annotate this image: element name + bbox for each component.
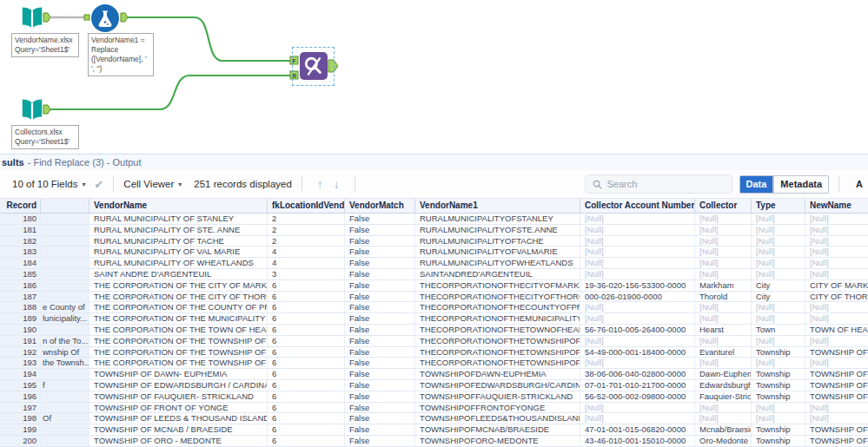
cell[interactable]: lunicipality... [41, 313, 89, 324]
cell[interactable]: [Null] [580, 236, 695, 247]
cell[interactable]: False [345, 302, 415, 312]
column-header-newname[interactable]: NewName [805, 199, 868, 213]
cell[interactable]: City [752, 292, 805, 302]
cell[interactable]: False [345, 380, 415, 391]
cell[interactable]: 43-46-010-001-15010-0000 [580, 436, 695, 446]
table-row[interactable]: 200TOWNSHIP OF ORO - MEDONTE6FalseTOWNSH… [0, 436, 868, 447]
cell[interactable]: RURALMUNICIPALITYOFSTANLEY [415, 214, 580, 224]
cell[interactable]: [Null] [805, 225, 868, 235]
cell-viewer-dropdown[interactable]: Cell Viewer [123, 179, 174, 189]
cell[interactable]: SAINTANDRED'ARGENTEUIL [415, 269, 580, 279]
cell[interactable]: 6 [268, 313, 345, 324]
input-anchor-icon[interactable] [84, 15, 89, 20]
cell[interactable]: [Null] [580, 403, 695, 413]
apply-check-icon[interactable]: ✔ [94, 178, 103, 191]
cell[interactable]: [Null] [695, 358, 752, 368]
cell[interactable]: [Null] [695, 336, 752, 346]
cell[interactable] [41, 436, 89, 446]
table-row[interactable]: 192wnship OfTHE CORPORATION OF THE TOWNS… [0, 347, 868, 358]
cell[interactable]: TOWNSHIP OF DAW [805, 369, 868, 379]
cell[interactable]: False [345, 369, 415, 379]
table-row[interactable]: 186THE CORPORATION OF THE CITY OF MARKHA… [0, 280, 868, 292]
cell[interactable]: Markham [695, 280, 752, 291]
cell[interactable]: 6 [268, 347, 345, 358]
cell[interactable]: [Null] [752, 247, 805, 257]
cell[interactable]: TOWNSHIPOFFAUQUIER-STRICKLAND [415, 391, 580, 402]
cell[interactable]: [Null] [580, 302, 695, 312]
cell[interactable]: 6 [268, 358, 345, 368]
cell[interactable]: [Null] [752, 258, 805, 268]
cell[interactable]: 191 [0, 336, 41, 346]
cell[interactable]: [Null] [805, 302, 868, 312]
cell[interactable]: TOWNSHIP OF FAUQUIER- STRICKLAND [89, 391, 268, 402]
cell[interactable]: THECORPORATIONOFTHETOWNOFHEARST [415, 325, 580, 335]
cell[interactable] [41, 269, 89, 279]
cell[interactable]: False [345, 258, 415, 268]
cell[interactable]: False [345, 247, 415, 257]
cell[interactable]: Thorold [695, 292, 752, 302]
column-header-collector[interactable]: Collector [695, 199, 752, 213]
input-data-tool-vendorname[interactable] [19, 3, 45, 36]
cell[interactable]: THECORPORATIONOFTHECITYOFTHOROLD [415, 292, 580, 302]
cell[interactable] [41, 214, 89, 224]
cell[interactable]: f [41, 380, 89, 391]
cell[interactable]: [Null] [580, 413, 695, 424]
input-data-tool-collectors[interactable] [19, 95, 45, 128]
cell[interactable]: e County of [41, 302, 89, 312]
cell[interactable]: Oro-Medonte [695, 436, 752, 446]
chevron-down-icon[interactable]: ▾ [82, 181, 85, 188]
cell[interactable]: RURALMUNICIPALITYOFSTE.ANNE [415, 225, 580, 235]
cell[interactable]: 6 [268, 413, 345, 424]
cell[interactable]: False [345, 358, 415, 368]
cell[interactable]: wnship Of [41, 347, 89, 358]
cell[interactable]: [Null] [805, 336, 868, 346]
cell[interactable]: [Null] [752, 214, 805, 224]
table-row[interactable]: 180RURAL MUNICIPALITY OF STANLEY2FalseRU… [0, 214, 868, 225]
search-box[interactable] [585, 174, 732, 194]
cell[interactable]: TOWNSHIPOFMCNAB/BRAESIDE [415, 424, 580, 435]
cell[interactable]: False [345, 225, 415, 235]
cell[interactable]: TOWNSHIP OF FAUQ [805, 391, 868, 402]
cell[interactable]: [Null] [752, 302, 805, 312]
cell[interactable]: False [345, 236, 415, 247]
cell[interactable]: [Null] [752, 358, 805, 368]
workflow-canvas[interactable]: F R VendorName.xlsx Query='Sheet1$' [0, 0, 868, 154]
cell[interactable]: [Null] [752, 403, 805, 413]
cell[interactable]: THE CORPORATION OF THE TOWNSHIP OF LAUR.… [89, 358, 268, 368]
cell[interactable]: 182 [0, 236, 41, 247]
cell[interactable]: [Null] [580, 336, 695, 346]
cell[interactable] [41, 325, 89, 335]
cell[interactable]: 188 [0, 302, 41, 312]
cell[interactable] [41, 391, 89, 402]
cell[interactable]: [Null] [695, 413, 752, 424]
cell[interactable]: 189 [0, 313, 41, 324]
cell[interactable]: 2 [268, 236, 345, 247]
cell[interactable]: 19-36-020-156-53300-0000 [580, 280, 695, 291]
cell[interactable]: 2 [268, 214, 345, 224]
cell[interactable]: Township [752, 380, 805, 391]
cell[interactable]: CITY OF MARKHAM [805, 280, 868, 291]
cell[interactable]: CITY OF THOROLD [805, 292, 868, 302]
cell[interactable]: False [345, 336, 415, 346]
cell[interactable]: [Null] [752, 236, 805, 247]
table-row[interactable]: 194TOWNSHIP OF DAWN- EUPHEMIA6FalseTOWNS… [0, 369, 868, 380]
cell[interactable]: 6 [268, 403, 345, 413]
output-anchor-icon[interactable] [121, 13, 128, 22]
cell[interactable]: [Null] [805, 358, 868, 368]
column-header-vendorname1[interactable]: VendorName1 [415, 199, 580, 213]
table-row[interactable]: 181RURAL MUNICIPALITY OF STE. ANNE2False… [0, 225, 868, 236]
cell[interactable]: TOWNSHIPOFFRONTOFYONGE [415, 403, 580, 413]
cell[interactable]: False [345, 436, 415, 446]
cell[interactable]: SAINT ANDRE D'ARGENTEUIL [89, 269, 268, 279]
cell[interactable]: THE CORPORATION OF THE COUNTY OF PRINCE.… [89, 302, 268, 312]
table-row[interactable]: 193the Townsh...THE CORPORATION OF THE T… [0, 358, 868, 369]
cell[interactable]: [Null] [695, 269, 752, 279]
cell[interactable]: 185 [0, 269, 41, 279]
cell[interactable]: RURALMUNICIPALITYOFTACHE [415, 236, 580, 247]
cell[interactable]: [Null] [752, 413, 805, 424]
cell[interactable]: 4 [268, 247, 345, 257]
cell[interactable]: 184 [0, 258, 41, 268]
cell[interactable]: THECORPORATIONOFTHECOUNTYOFPRINCEED... [415, 302, 580, 312]
arrow-down-icon[interactable]: ↓ [334, 177, 340, 191]
cell[interactable] [41, 258, 89, 268]
